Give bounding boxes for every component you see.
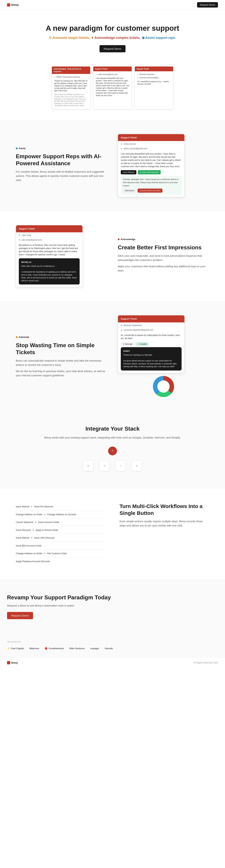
hero-demo-area: Acknowledged · Reduced time to response …: [0, 63, 225, 120]
hero-tag-automate: ↻ Automate simple tickets,: [49, 35, 90, 40]
workflow-item-7: Apply Perpetua Account Discount: [16, 558, 106, 565]
navigation: brevy Request Demo: [0, 0, 225, 10]
workflow-item-6: Change Address on Order + File Customs C…: [16, 550, 106, 558]
automate-ticket-header: Support Ticket: [118, 315, 185, 322]
automate-ticket-email: miranda.vaspertine@gmail.com: [118, 327, 185, 332]
fuel-icon: ⚡: [7, 647, 10, 650]
automate-visual: Support Ticket Miranda Vaspertine mirand…: [118, 315, 209, 400]
automate-body2: We do this by learning on previous ticke…: [16, 369, 107, 377]
automate-badge-dot: [16, 336, 18, 338]
logo-icon: [7, 3, 10, 6]
acknowledge-ticket-name: Jake Sully: [16, 232, 82, 237]
acknowledge-section: Acknowledge Create Better First Impressi…: [0, 211, 225, 301]
assist-text: Assist Empower Support Reps with AI-Powe…: [16, 147, 107, 185]
assist-ticket-header: Support Ticket: [118, 134, 185, 141]
logo-text: brevy: [11, 3, 19, 7]
assist-ticket-card: Support Ticket Anika Zaman anika.zaman@g…: [118, 134, 185, 197]
workflow-arrow-4: +: [31, 536, 32, 539]
assist-section: Assist Empower Support Reps with AI-Powe…: [0, 120, 225, 211]
workflows-list: Issue Refund + Issue 5% Discount Change …: [16, 503, 106, 565]
acknowledge-ticket-email: jake.sully@gmail.com: [16, 237, 82, 242]
workflow-item-0: Issue Refund + Issue 5% Discount: [16, 503, 106, 510]
hero-card-3-body: Hi. I would like to pause my su... month…: [137, 81, 171, 85]
trusted-section: Trusted by: ⚡ Fuel Capital Madrona 🔴 Con…: [0, 633, 225, 657]
condimentum-icon: 🔴: [45, 647, 48, 650]
workflow-left-1: Change Address on Order: [16, 513, 43, 516]
automate-chart: [153, 376, 174, 397]
trusted-logos: ⚡ Fuel Capital Madrona 🔴 Condimentum Rid…: [7, 647, 218, 650]
workflows-text: Turn Multi-Click Workflows Into a Single…: [119, 503, 209, 528]
workflow-right-1: Change Address on Account: [47, 513, 76, 516]
automate-icon: ↻: [49, 35, 52, 40]
issue-refund-button[interactable]: Issue Refund: [121, 170, 136, 174]
workflow-item-2: Cancel Shipment + Issue Account Credit: [16, 518, 106, 526]
automate-ticket-name: Miranda Vaspertine: [118, 322, 185, 327]
workflow-arrow-2: +: [35, 521, 36, 524]
field-dot: [121, 325, 122, 326]
workflow-left-6: Change Address on Order: [16, 552, 43, 555]
automate-tags: ↻ Automate ✓ Complete: [118, 342, 185, 347]
automate-inner: Automate Stop Wasting Time on Simple Tic…: [16, 315, 209, 400]
cta-button[interactable]: Request Demo: [7, 612, 33, 619]
workflow-item-4: Issue Refund + Issue 10% Discount: [16, 534, 106, 542]
hero-title: A new paradigm for customer support: [7, 24, 218, 33]
workflow-item-3: Issue Discount + Apply to Recent Order: [16, 526, 106, 534]
footer-logo-icon: [7, 661, 10, 664]
hero-card-2-header: Support Ticket: [93, 67, 132, 71]
acknowledge-ai-response: MICHELLE: Hello Jake, thank you for cont…: [19, 258, 80, 285]
integration-logos: G Z I S: [7, 461, 218, 471]
assist-badge-dot: [16, 148, 18, 149]
integrate-body: Brevy works with your existing support s…: [7, 436, 218, 440]
workflow-left-5: Issue $50 Account Credit: [16, 544, 41, 548]
workflow-arrow-0: +: [31, 505, 32, 508]
field-dot: [137, 74, 138, 75]
field-dot: [19, 235, 20, 236]
workflows-inner: Issue Refund + Issue 5% Discount Change …: [16, 503, 209, 565]
assist-action-row: Issue Refund % Give 10% Discount: [118, 170, 185, 176]
execute-actions-button[interactable]: Execute Actions and Send: [138, 189, 162, 193]
hero-card-3-sender: Miranda Vaspertine: [137, 73, 171, 76]
hero-cta-button[interactable]: Request Demo: [100, 45, 125, 52]
acknowledge-badge-dot: [118, 239, 119, 240]
cta-body: Request a demo to see Brevy's automation…: [7, 604, 113, 608]
field-dot: [137, 77, 138, 78]
footer-logo: brevy: [7, 661, 18, 665]
automate-ticket-card: Support Ticket Miranda Vaspertine mirand…: [118, 315, 185, 373]
workflow-item-1: Change Address on Order + Change Address…: [16, 510, 106, 519]
acknowledge-ai-body: Hello Jake, thank you for contacting us.…: [21, 265, 77, 282]
nav-cta-button[interactable]: Request Demo: [197, 2, 218, 7]
acknowledge-ticket-body: My address is at Pandora, Ohio now but I…: [16, 242, 82, 258]
center-dot: B: [108, 446, 117, 455]
automate-title: Stop Wasting Time on Simple Tickets: [16, 342, 107, 356]
automate-tag-complete: ✓ Complete: [135, 342, 149, 346]
cta-inner: Revamp Your Support Paradigm Today Reque…: [7, 593, 113, 619]
trusted-label: Trusted by:: [7, 641, 218, 643]
workflow-left-4: Issue Refund: [16, 536, 29, 539]
hero-card-1-body: Thanks for reaching out. Jake! We'd like…: [54, 80, 88, 92]
hero-card-acknowledged: Acknowledged · Reduced time to response …: [52, 66, 90, 110]
trusted-fuel: ⚡ Fuel Capital: [7, 647, 24, 650]
issue-discount-button[interactable]: % Give 10% Discount: [138, 170, 161, 174]
automate-tag-automate: ↻ Automate: [121, 342, 134, 346]
trusted-voyager: voyager: [90, 647, 99, 650]
field-dot: [19, 239, 20, 241]
workflow-right-6: File Customs Claim: [47, 552, 67, 555]
acknowledge-title: Create Better First Impressions: [118, 244, 209, 251]
footer: brevy All Rights Reserved, 2023: [0, 657, 225, 668]
automate-text: Automate Stop Wasting Time on Simple Tic…: [16, 335, 107, 380]
assist-icon: ◉: [142, 35, 145, 40]
assist-ticket-name: Anika Zaman: [118, 141, 185, 146]
hero-card-2-email: anika.zaman@gmail.com: [96, 73, 129, 76]
acknowledge-body2: Make your customers feel heard without a…: [118, 264, 209, 273]
field-dot: [121, 329, 122, 331]
automate-body1: Brevy can automatically respond to simpl…: [16, 359, 107, 367]
automate-ticket-body: Hi, I would like to pause my subscriptio…: [118, 332, 185, 342]
workflow-right-3: Apply to Recent Order: [36, 528, 58, 532]
edit-actions-button[interactable]: Edit Actions: [123, 189, 136, 193]
workflow-right-2: Issue Account Credit: [38, 521, 59, 524]
automate-tag-icon: ↻: [123, 343, 124, 345]
workflow-arrow-3: +: [32, 528, 34, 532]
workflows-title: Turn Multi-Click Workflows Into a Single…: [119, 503, 209, 517]
assist-inner: Assist Empower Support Reps with AI-Powe…: [16, 134, 209, 197]
integrate-title: Integrate Your Stack: [7, 425, 218, 433]
